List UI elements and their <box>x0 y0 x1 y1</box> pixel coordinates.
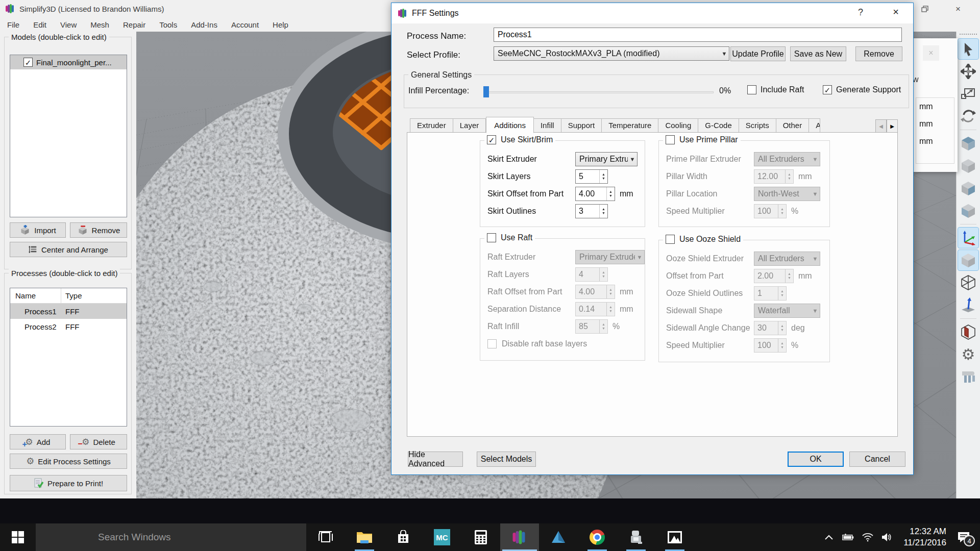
action-center-button[interactable]: 4 <box>953 527 974 547</box>
skirt-offset-spinner[interactable]: 4.00▲▼ <box>575 187 615 201</box>
center-arrange-button[interactable]: Center and Arrange <box>10 242 127 257</box>
taskbar-printer-app[interactable] <box>617 523 655 551</box>
menu-account[interactable]: Account <box>231 20 259 29</box>
profile-select[interactable]: SeeMeCNC_RostockMAXv3_PLA (modified) ▼ <box>494 46 729 61</box>
menu-help[interactable]: Help <box>273 20 288 29</box>
taskbar-search-input[interactable]: Search Windows <box>36 523 306 551</box>
checkbox-icon[interactable] <box>747 85 756 94</box>
tab-scroll-left-icon[interactable]: ◀ <box>875 119 887 133</box>
include-raft-checkbox[interactable]: Include Raft <box>747 85 804 94</box>
tab-additions[interactable]: Additions <box>486 117 534 133</box>
menu-repair[interactable]: Repair <box>123 20 145 29</box>
skirt-extruder-select[interactable]: Primary Extruder▼ <box>575 152 638 166</box>
battery-icon[interactable] <box>842 531 854 543</box>
tab-scripts[interactable]: Scripts <box>739 118 776 133</box>
wifi-icon[interactable] <box>862 531 874 543</box>
remove-model-button[interactable]: Remove <box>70 222 127 238</box>
process-table[interactable]: Name Type Process1 FFF Process2 FFF <box>10 288 127 427</box>
process-name-input[interactable]: Process1 <box>494 28 902 42</box>
solid-view-icon[interactable] <box>958 250 978 270</box>
models-list[interactable]: Final_moonlight_per... <box>10 55 127 217</box>
save-as-new-button[interactable]: Save as New <box>790 46 846 61</box>
spinner-arrows-icon[interactable]: ▲▼ <box>599 170 607 183</box>
support-structures-icon[interactable] <box>958 367 978 387</box>
close-icon[interactable]: × <box>949 3 967 15</box>
task-view-button[interactable] <box>306 523 345 551</box>
view-cube-front-icon[interactable] <box>958 156 978 176</box>
hidden-dialog-close-icon[interactable]: × <box>923 45 939 61</box>
taskbar-mattercontrol[interactable]: MC <box>423 523 461 551</box>
settings-gear-icon[interactable]: ⚙ <box>958 344 978 365</box>
select-cursor-icon[interactable] <box>958 39 978 59</box>
tab-other[interactable]: Other <box>776 118 810 133</box>
view-cube-side-icon[interactable] <box>958 178 978 198</box>
cancel-button[interactable]: Cancel <box>849 452 905 467</box>
process-row-2[interactable]: Process2 FFF <box>10 319 127 334</box>
tab-infill[interactable]: Infill <box>534 118 561 133</box>
spinner-arrows-icon[interactable]: ▲▼ <box>606 187 615 201</box>
menu-mesh[interactable]: Mesh <box>90 20 109 29</box>
generate-support-label: Generate Support <box>836 85 901 94</box>
update-profile-button[interactable]: Update Profile <box>730 46 786 61</box>
view-cube-iso-icon[interactable] <box>958 201 978 221</box>
edit-gears-icon: ⚙ <box>26 457 34 466</box>
surface-normals-icon[interactable] <box>958 295 978 315</box>
delete-process-button[interactable]: ⚙− Delete <box>70 434 127 449</box>
taskbar-simplify3d[interactable] <box>500 523 539 551</box>
import-button[interactable]: Import <box>10 222 66 238</box>
skirt-outlines-spinner[interactable]: 3▲▼ <box>575 204 608 218</box>
tab-gcode[interactable]: G-Code <box>698 118 739 133</box>
menu-tools[interactable]: Tools <box>159 20 177 29</box>
ok-button[interactable]: OK <box>788 452 844 467</box>
rotate-tool-icon[interactable] <box>958 106 978 127</box>
taskbar-chrome[interactable] <box>578 523 617 551</box>
start-button[interactable] <box>0 523 36 551</box>
tab-scroll-right-icon[interactable]: ▶ <box>887 119 898 133</box>
tab-temperature[interactable]: Temperature <box>602 118 658 133</box>
model-visible-checkbox[interactable] <box>23 58 33 67</box>
tab-cooling[interactable]: Cooling <box>658 118 698 133</box>
menu-view[interactable]: View <box>60 20 77 29</box>
tab-support[interactable]: Support <box>561 118 602 133</box>
prepare-to-print-button[interactable]: Prepare to Print! <box>10 475 127 491</box>
scale-tool-icon[interactable] <box>958 84 978 104</box>
tab-extruder[interactable]: Extruder <box>410 118 453 133</box>
taskbar-triangle-app[interactable] <box>539 523 578 551</box>
edit-process-settings-button[interactable]: ⚙ Edit Process Settings <box>10 454 127 469</box>
hide-advanced-button[interactable]: Hide Advanced <box>408 452 463 467</box>
tray-chevron-icon[interactable] <box>823 531 835 543</box>
taskbar-calculator[interactable] <box>461 523 500 551</box>
menu-file[interactable]: File <box>7 20 19 29</box>
spinner-arrows-icon[interactable]: ▲▼ <box>599 205 607 218</box>
volume-icon[interactable] <box>881 531 893 543</box>
skirt-layers-spinner[interactable]: 5▲▼ <box>575 169 608 184</box>
infill-slider-handle[interactable] <box>483 86 489 97</box>
help-icon[interactable]: ? <box>853 7 868 20</box>
generate-support-checkbox[interactable]: Generate Support <box>823 85 901 94</box>
tab-partial[interactable]: A <box>809 118 820 133</box>
model-list-item[interactable]: Final_moonlight_per... <box>10 55 127 69</box>
select-models-button[interactable]: Select Models <box>477 452 536 467</box>
toolbar-drag-handle[interactable] <box>960 34 977 37</box>
taskbar-store[interactable] <box>384 523 423 551</box>
view-cube-top-icon[interactable] <box>958 133 978 154</box>
cross-section-icon[interactable] <box>958 322 978 342</box>
move-tool-icon[interactable] <box>958 61 978 82</box>
tab-layer[interactable]: Layer <box>453 118 486 133</box>
wireframe-view-icon[interactable] <box>958 272 978 293</box>
add-process-button[interactable]: ⚙+ Add <box>10 434 66 449</box>
settings-tabs: Extruder Layer Additions Infill Support … <box>410 117 820 133</box>
fff-dialog-titlebar[interactable]: FFF Settings <box>391 3 913 23</box>
infill-slider[interactable] <box>485 91 714 93</box>
taskbar-photos[interactable] <box>655 523 694 551</box>
menu-edit[interactable]: Edit <box>33 20 46 29</box>
restore-icon[interactable] <box>917 3 934 15</box>
fff-close-icon[interactable]: × <box>887 6 905 20</box>
clock[interactable]: 12:32 AM 11/21/2016 <box>903 526 946 548</box>
checkbox-icon[interactable] <box>823 85 832 94</box>
process-row-1[interactable]: Process1 FFF <box>10 304 127 319</box>
axes-icon[interactable] <box>958 228 978 248</box>
remove-profile-button[interactable]: Remove <box>855 46 902 61</box>
taskbar-file-explorer[interactable] <box>345 523 384 551</box>
menu-addins[interactable]: Add-Ins <box>191 20 217 29</box>
